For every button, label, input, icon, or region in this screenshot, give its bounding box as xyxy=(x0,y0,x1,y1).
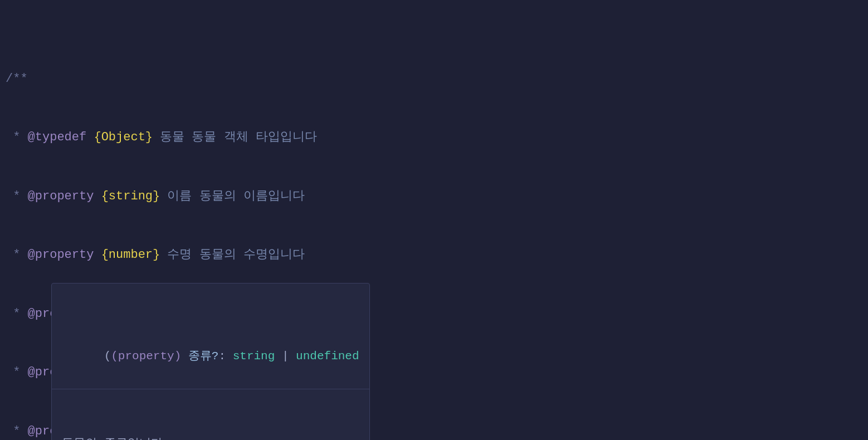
line-1: /** xyxy=(6,69,868,89)
line-3: * @property {string} 이름 동물의 이름입니다 xyxy=(6,187,868,206)
line-4: * @property {number} 수명 동물의 수명입니다 xyxy=(6,245,868,265)
tooltip-signature: ((property) 종류?: string | undefined xyxy=(52,322,369,389)
tooltip-description: 동물의 종류입니다 xyxy=(52,429,369,440)
line-2: * @typedef {Object} 동물 동물 객체 타입입니다 xyxy=(6,128,868,147)
code-editor: /** * @typedef {Object} 동물 동물 객체 타입입니다 *… xyxy=(6,10,868,440)
intellisense-tooltip: ((property) 종류?: string | undefined 동물의 … xyxy=(51,283,370,440)
